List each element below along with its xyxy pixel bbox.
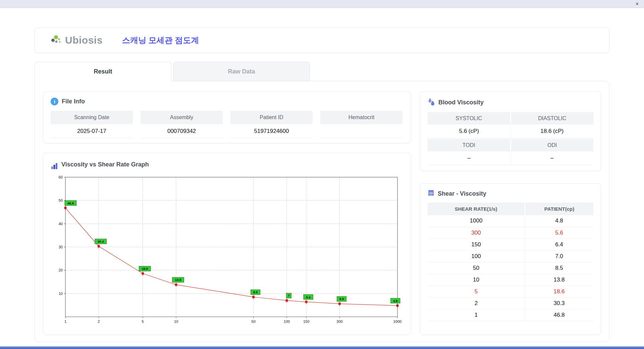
header: Ubiosis 스캐닝 모세관 점도계 — [35, 28, 609, 53]
svg-text:7: 7 — [288, 294, 289, 297]
field-value: 2025-07-17 — [51, 124, 133, 138]
svg-text:4.8: 4.8 — [393, 299, 397, 303]
svg-text:10: 10 — [174, 319, 178, 323]
svg-text:300: 300 — [336, 319, 342, 323]
app-window: Ubiosis 스캐닝 모세관 점도계 Result Raw Data i Fi… — [0, 8, 644, 342]
window-titlebar: × — [0, 0, 644, 8]
table-row: 508.5 — [428, 262, 593, 274]
tab-result[interactable]: Result — [35, 62, 171, 81]
field-label: Scanning Date — [51, 111, 133, 124]
brand-logo-icon — [50, 34, 62, 46]
bar-chart-icon — [51, 159, 58, 170]
svg-text:5.6: 5.6 — [339, 297, 344, 301]
blood-viscosity-grid: SYSTOLICDIASTOLIC5.6 (cP)18.6 (cP)TODIOD… — [428, 112, 593, 165]
info-icon: i — [51, 98, 58, 105]
main-panel: i File Info Scanning Date2025-07-17Assem… — [35, 81, 609, 342]
file-info-field-3: Hematocrit — [320, 111, 402, 138]
svg-text:18.6: 18.6 — [142, 267, 148, 270]
tab-raw-data[interactable]: Raw Data — [173, 62, 310, 81]
table-row: 230.3 — [428, 297, 593, 309]
file-info-title: i File Info — [51, 98, 403, 105]
file-info-field-0: Scanning Date2025-07-17 — [51, 111, 133, 138]
svg-text:2: 2 — [98, 319, 100, 323]
svg-text:150: 150 — [303, 319, 309, 323]
table-row: 1007.0 — [428, 250, 593, 262]
patient-cell: 4.8 — [525, 215, 594, 227]
table-row: 10004.8 — [428, 215, 593, 227]
svg-text:50: 50 — [59, 198, 63, 202]
field-value: 000709342 — [141, 124, 223, 138]
patient-cell: 8.5 — [525, 262, 594, 274]
table-header-row: SHEAR RATE(1/s)PATIENT(cp) — [428, 203, 593, 215]
shear-rate-cell: 1000 — [428, 215, 525, 227]
tab-bar: Result Raw Data — [35, 62, 609, 81]
bottom-window-edge — [0, 346, 644, 349]
field-label: Assembly — [141, 111, 223, 124]
graph-card: Viscosity vs Shear Rate Graph 1020304050… — [43, 153, 411, 335]
svg-text:10: 10 — [59, 292, 63, 296]
patient-cell: 30.3 — [525, 297, 594, 309]
graph-title-text: Viscosity vs Shear Rate Graph — [61, 161, 149, 168]
graph-title: Viscosity vs Shear Rate Graph — [51, 159, 403, 170]
shear-rate-cell: 300 — [428, 227, 525, 239]
field-value: 51971924600 — [230, 124, 313, 138]
bv-header-row: SYSTOLICDIASTOLIC — [428, 112, 593, 124]
shear-viscosity-table: SHEAR RATE(1/s)PATIENT(cp)10004.83005.61… — [428, 203, 593, 321]
table-row: 1506.4 — [428, 239, 593, 250]
svg-text:8.5: 8.5 — [253, 290, 258, 294]
field-value — [320, 124, 402, 138]
svg-text:1000: 1000 — [393, 319, 401, 323]
svg-text:50: 50 — [252, 319, 256, 323]
left-column: i File Info Scanning Date2025-07-17Assem… — [43, 91, 411, 335]
blood-viscosity-title-text: Blood Viscosity — [438, 99, 484, 106]
file-info-field-1: Assembly000709342 — [141, 111, 223, 138]
bv-label: ODI — [511, 139, 594, 151]
table-icon — [428, 190, 434, 198]
table-row: 146.8 — [428, 309, 593, 321]
shear-rate-cell: 5 — [428, 286, 525, 297]
shear-viscosity-title-text: Shear - Viscosity — [438, 190, 486, 197]
right-column: Blood Viscosity SYSTOLICDIASTOLIC5.6 (cP… — [420, 91, 601, 335]
shear-viscosity-card: Shear - Viscosity SHEAR RATE(1/s)PATIENT… — [420, 183, 601, 335]
brand-name: Ubiosis — [65, 35, 103, 46]
file-info-title-text: File Info — [62, 98, 85, 105]
bv-value: – — [511, 151, 594, 165]
brand-logo: Ubiosis — [50, 34, 103, 46]
shear-rate-cell: 1 — [428, 309, 525, 321]
bv-label: DIASTOLIC — [511, 112, 594, 124]
bv-value: – — [428, 151, 511, 165]
svg-text:46.8: 46.8 — [67, 201, 74, 205]
bv-value-row: –– — [428, 151, 593, 165]
svg-text:30.3: 30.3 — [98, 240, 104, 243]
table-row: 1013.8 — [428, 274, 593, 286]
bv-label: SYSTOLIC — [428, 112, 510, 124]
blood-viscosity-card: Blood Viscosity SYSTOLICDIASTOLIC5.6 (cP… — [420, 91, 601, 171]
svg-text:6.4: 6.4 — [306, 295, 311, 299]
svg-text:5: 5 — [142, 319, 144, 323]
patient-cell: 7.0 — [525, 250, 594, 262]
bv-value: 5.6 (cP) — [428, 124, 511, 138]
svg-text:30: 30 — [59, 245, 63, 249]
table-row: 518.6 — [428, 286, 593, 297]
droplets-icon — [428, 98, 435, 107]
patient-cell: 18.6 — [525, 286, 594, 297]
bv-value: 18.6 (cP) — [511, 124, 594, 138]
shear-rate-cell: 2 — [428, 297, 525, 309]
close-icon[interactable]: × — [636, 1, 639, 7]
field-label: Hematocrit — [320, 111, 402, 124]
patient-cell: 13.8 — [525, 274, 594, 286]
patient-cell: 46.8 — [525, 309, 594, 321]
svg-text:60: 60 — [59, 175, 63, 179]
svg-text:20: 20 — [59, 268, 63, 272]
page-title: 스캐닝 모세관 점도계 — [122, 35, 199, 46]
viscosity-chart: 1020304050601251050100150300100046.830.3… — [51, 173, 403, 328]
column-header: PATIENT(cp) — [525, 203, 594, 215]
file-info-field-2: Patient ID51971924600 — [230, 111, 313, 138]
file-info-card: i File Info Scanning Date2025-07-17Assem… — [43, 91, 411, 143]
svg-text:1: 1 — [64, 319, 66, 323]
svg-text:100: 100 — [284, 319, 290, 323]
blood-viscosity-title: Blood Viscosity — [428, 98, 593, 107]
shear-rate-cell: 100 — [428, 250, 525, 262]
shear-rate-cell: 150 — [428, 239, 525, 250]
bv-value-row: 5.6 (cP)18.6 (cP) — [428, 124, 593, 138]
